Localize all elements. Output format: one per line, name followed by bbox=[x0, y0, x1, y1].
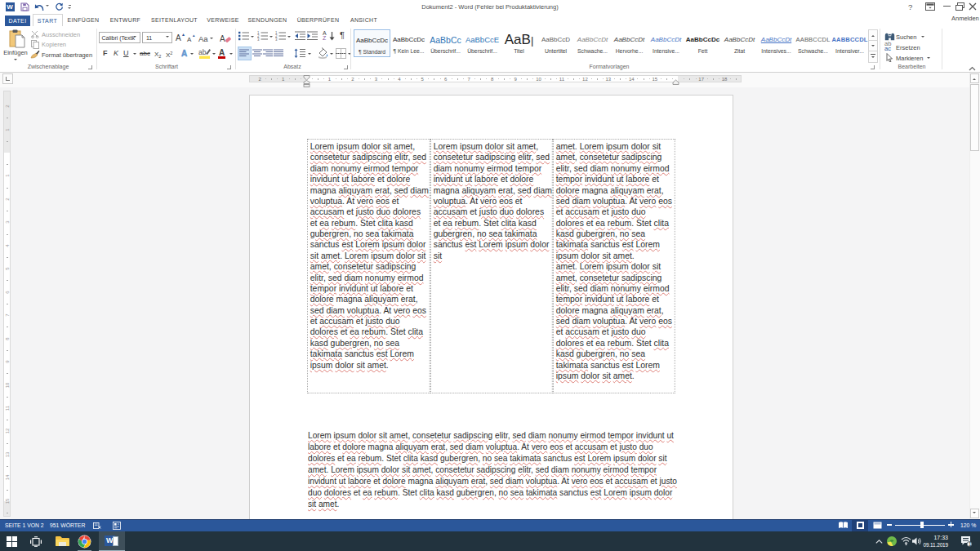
svg-text:3: 3 bbox=[257, 38, 260, 41]
svg-text:1: 1 bbox=[969, 541, 972, 547]
svg-text:3: 3 bbox=[275, 38, 278, 41]
svg-text:ab: ab bbox=[198, 48, 207, 56]
svg-text:A: A bbox=[220, 34, 225, 43]
